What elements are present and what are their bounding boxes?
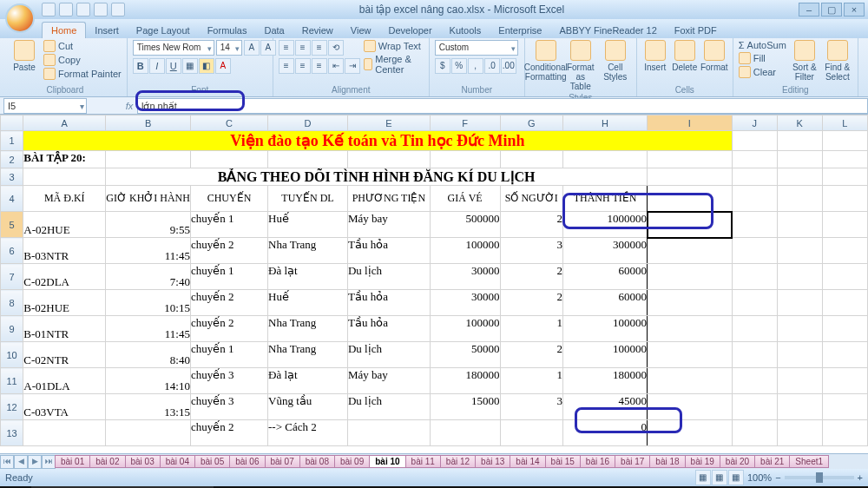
cell[interactable]: 60000 [563, 290, 648, 316]
sheet-tab[interactable]: bài 21 [754, 455, 790, 468]
cell[interactable] [648, 368, 733, 394]
cell[interactable] [732, 290, 777, 316]
align-top-button[interactable]: ≡ [279, 40, 294, 56]
sheet-tab[interactable]: bài 20 [720, 455, 755, 468]
cell[interactable] [648, 151, 733, 168]
cell[interactable]: Tầu hỏa [347, 238, 430, 264]
indent-dec-button[interactable]: ⇤ [328, 58, 344, 74]
cell[interactable]: Đà lạt [268, 264, 348, 290]
cell[interactable]: Du lịch [347, 342, 430, 368]
minimize-button[interactable]: – [799, 3, 819, 16]
cell[interactable]: B-03NTR [23, 238, 106, 264]
tab-nav-next[interactable]: ▶ [28, 455, 42, 469]
sheet-tab[interactable]: bài 05 [194, 455, 230, 468]
cell[interactable] [777, 212, 822, 238]
sheet-tab[interactable]: bài 13 [475, 455, 510, 468]
qat-print-icon[interactable] [94, 3, 108, 16]
cell[interactable]: 100000 [430, 316, 500, 342]
wrap-text-button[interactable]: Wrap Text [364, 40, 424, 52]
cell[interactable] [777, 368, 822, 394]
cell[interactable]: 60000 [563, 264, 648, 290]
qat-save-icon[interactable] [42, 3, 56, 16]
inc-decimal-button[interactable]: .0 [484, 58, 500, 74]
sheet-tab[interactable]: bài 03 [125, 455, 161, 468]
cell[interactable]: Máy bay [347, 368, 430, 394]
cell[interactable]: 7:40 [106, 264, 191, 290]
paste-button[interactable]: Paste [9, 40, 40, 72]
cell[interactable]: TUYẾN DL [268, 186, 348, 212]
tab-home[interactable]: Home [42, 22, 86, 38]
sheet-tab[interactable]: bài 11 [405, 455, 441, 468]
cell[interactable]: 30000 [430, 290, 500, 316]
col-header[interactable]: D [268, 115, 348, 131]
sheet-tab[interactable]: bài 01 [55, 455, 90, 468]
bold-button[interactable]: B [133, 58, 148, 74]
cell[interactable] [648, 264, 733, 290]
cell[interactable]: chuyến 1 [190, 342, 267, 368]
cell[interactable]: 2 [500, 290, 563, 316]
conditional-formatting-button[interactable]: Conditional Formatting [530, 40, 562, 82]
cell[interactable] [430, 151, 500, 168]
cell[interactable] [347, 420, 430, 446]
cell[interactable]: B-01NTR [23, 316, 106, 342]
cell[interactable]: 180000 [430, 368, 500, 394]
cell[interactable] [500, 151, 563, 168]
col-header[interactable]: H [563, 115, 648, 131]
cell[interactable] [190, 151, 267, 168]
tab-review[interactable]: Review [293, 23, 342, 38]
col-header[interactable]: L [822, 115, 867, 131]
cell[interactable] [732, 264, 777, 290]
cell[interactable] [648, 290, 733, 316]
cell[interactable]: THÀNH TIỀN [563, 186, 648, 212]
formula-bar[interactable]: lớn nhất [137, 98, 868, 114]
font-size-select[interactable]: 14 [216, 40, 242, 56]
format-painter-button[interactable]: Format Painter [43, 68, 122, 80]
cell[interactable]: GIÁ VÉ [430, 186, 500, 212]
sheet-tab[interactable]: bài 09 [334, 455, 370, 468]
view-layout-button[interactable]: ▦ [712, 470, 727, 485]
cell[interactable] [777, 342, 822, 368]
sheet-tab[interactable]: Sheet1 [789, 455, 829, 468]
tab-formulas[interactable]: Formulas [199, 23, 256, 38]
cell[interactable]: Huế [268, 290, 348, 316]
tab-enterprise[interactable]: Enterprise [490, 23, 550, 38]
cell[interactable] [347, 151, 430, 168]
cell[interactable] [777, 290, 822, 316]
cell[interactable] [648, 420, 733, 446]
cell[interactable] [822, 290, 867, 316]
cell[interactable]: 45000 [563, 394, 648, 420]
cell[interactable] [777, 186, 822, 212]
cell[interactable] [732, 186, 777, 212]
col-header[interactable]: E [347, 115, 430, 131]
align-middle-button[interactable]: ≡ [295, 40, 311, 56]
row-header[interactable]: 4 [1, 186, 23, 212]
cell[interactable]: 180000 [563, 368, 648, 394]
cell[interactable]: 11:45 [106, 316, 191, 342]
cell[interactable] [648, 212, 733, 238]
zoom-in-button[interactable]: + [858, 472, 863, 483]
cell[interactable] [822, 342, 867, 368]
cell[interactable]: 8:40 [106, 342, 191, 368]
cell[interactable]: 14:10 [106, 368, 191, 394]
cell[interactable] [732, 316, 777, 342]
tab-nav-prev[interactable]: ◀ [14, 455, 28, 469]
cell[interactable] [106, 420, 191, 446]
row-header[interactable]: 3 [1, 168, 23, 186]
cell[interactable] [822, 368, 867, 394]
cell[interactable]: 50000 [430, 342, 500, 368]
zoom-out-button[interactable]: − [775, 472, 780, 483]
sheet-tab[interactable]: bài 15 [545, 455, 581, 468]
cell[interactable]: 13:15 [106, 394, 191, 420]
cell[interactable] [268, 151, 348, 168]
comma-button[interactable]: , [468, 58, 483, 74]
grow-font-button[interactable]: A [244, 40, 260, 56]
cell[interactable]: Đà lạt [268, 368, 348, 394]
row-header[interactable]: 6 [1, 238, 23, 264]
cell[interactable]: 2 [500, 342, 563, 368]
cell[interactable]: chuyến 3 [190, 394, 267, 420]
align-center-button[interactable]: ≡ [295, 58, 311, 74]
cell[interactable]: 0 [563, 420, 648, 446]
sheet-tab[interactable]: bài 07 [265, 455, 300, 468]
cell[interactable]: BÀI TẬP 20: [23, 151, 106, 168]
cell[interactable] [23, 168, 106, 186]
